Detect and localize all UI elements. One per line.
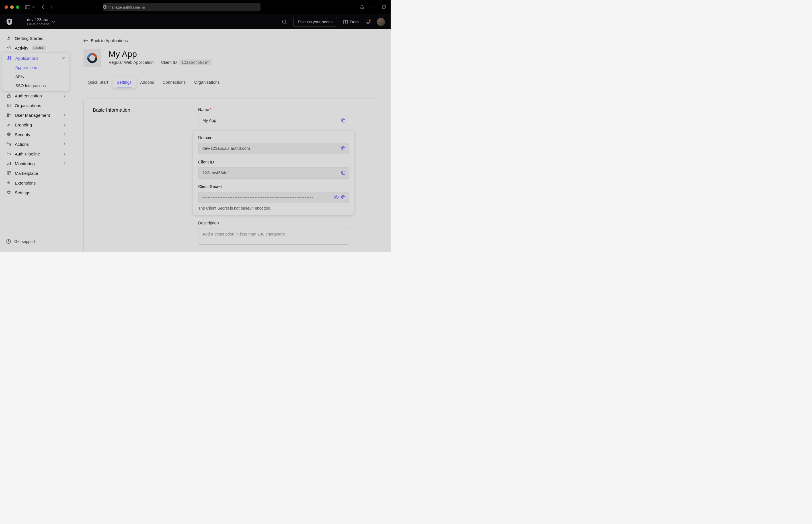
sidebar-item-getting-started[interactable]: Getting Started xyxy=(2,33,70,43)
sidebar-item-monitoring[interactable]: Monitoring xyxy=(2,159,70,168)
tab-label: Organizations xyxy=(194,80,219,85)
sidebar-item-auth-pipeline[interactable]: Auth Pipeline xyxy=(2,149,70,159)
tenant-name: dev-123abc xyxy=(27,17,49,22)
grid-icon xyxy=(6,170,11,176)
lock-icon xyxy=(142,5,145,9)
forward-icon xyxy=(50,5,53,10)
nav-label: Monitoring xyxy=(15,161,35,166)
share-icon[interactable] xyxy=(360,5,364,10)
application-header: My App Regular Web Application Client ID… xyxy=(83,49,379,67)
window-minimize[interactable] xyxy=(10,5,14,9)
svg-point-21 xyxy=(336,197,337,198)
copy-icon[interactable] xyxy=(340,117,347,124)
nav-label: SSO Integrations xyxy=(15,83,46,88)
back-icon[interactable] xyxy=(42,5,45,10)
get-support-link[interactable]: Get support xyxy=(6,239,65,244)
name-input[interactable] xyxy=(198,115,349,126)
chevron-down-icon xyxy=(62,57,65,59)
notifications-button[interactable] xyxy=(366,19,371,24)
settings-panel: Basic Information Name* Domain xyxy=(83,99,379,252)
svg-rect-22 xyxy=(343,197,345,199)
tab-label: Connections xyxy=(163,80,186,85)
field-client-secret: Client Secret ••••••••••••••••••••••••••… xyxy=(198,184,349,211)
layers-icon xyxy=(7,55,12,61)
window-close[interactable] xyxy=(4,5,8,9)
sidebar-item-marketplace[interactable]: Marketplace xyxy=(2,168,70,178)
sidebar-item-extensions[interactable]: Extensions xyxy=(2,178,70,188)
client-id-code: 123abc456def xyxy=(179,60,212,65)
sidebar-item-activity[interactable]: Activity EARLY xyxy=(2,43,70,53)
sidebar: Getting Started Activity EARLY Applicati… xyxy=(0,29,72,252)
tenant-environment: Development xyxy=(27,22,49,26)
back-label: Back to Applications xyxy=(91,38,128,43)
field-description: Description xyxy=(198,221,349,246)
auth0-logo-icon[interactable] xyxy=(6,18,13,26)
back-to-applications[interactable]: Back to Applications xyxy=(83,38,379,43)
nav-label: Getting Started xyxy=(15,36,44,41)
sidebar-item-user-management[interactable]: User Management xyxy=(2,110,70,120)
sidebar-item-applications[interactable]: Applications xyxy=(2,53,69,63)
docs-link[interactable]: Docs xyxy=(343,20,359,24)
sidebar-sub-apis[interactable]: APIs xyxy=(2,72,69,81)
copy-icon[interactable] xyxy=(340,145,347,152)
client-id-input[interactable] xyxy=(198,167,349,179)
tab-label: Quick Start xyxy=(88,80,108,85)
reveal-icon[interactable] xyxy=(334,195,339,199)
book-icon xyxy=(343,20,348,24)
address-bar[interactable]: manage.auth0.com xyxy=(103,3,261,11)
description-textarea[interactable] xyxy=(198,228,349,245)
sidebar-item-security[interactable]: Security xyxy=(2,130,70,139)
domain-input[interactable] xyxy=(198,143,349,154)
tenant-selector[interactable]: dev-123abc Development xyxy=(27,17,55,26)
nav-label: Branding xyxy=(15,122,32,127)
client-secret-label: Client Secret xyxy=(198,184,349,189)
sidebar-item-actions[interactable]: Actions xyxy=(2,139,70,149)
tab-settings[interactable]: Settings xyxy=(113,77,136,88)
sidebar-toggle-icon[interactable] xyxy=(25,5,30,9)
sidebar-item-organizations[interactable]: Organizations xyxy=(2,100,70,110)
window-maximize[interactable] xyxy=(16,5,19,9)
search-icon[interactable] xyxy=(282,19,287,24)
field-name: Name* xyxy=(198,108,349,126)
svg-rect-0 xyxy=(25,5,30,9)
tab-organizations[interactable]: Organizations xyxy=(190,77,224,88)
nav-label: Settings xyxy=(15,190,30,195)
tab-addons[interactable]: Addons xyxy=(136,77,158,88)
chevron-right-icon xyxy=(64,152,65,155)
sidebar-item-settings[interactable]: Settings xyxy=(2,188,70,197)
chevron-right-icon xyxy=(64,133,65,136)
sidebar-sub-applications[interactable]: Applications xyxy=(2,63,69,72)
section-heading: Basic Information xyxy=(93,108,198,113)
svg-point-6 xyxy=(7,113,9,115)
sidebar-sub-sso[interactable]: SSO Integrations xyxy=(2,81,69,90)
shield-icon xyxy=(6,132,11,137)
secret-masked: ••••••••••••••••••••••••••••••••••••••••… xyxy=(202,195,331,200)
user-avatar[interactable] xyxy=(377,18,385,26)
tab-quick-start[interactable]: Quick Start xyxy=(83,77,113,88)
svg-rect-19 xyxy=(343,148,345,150)
chevron-down-icon[interactable] xyxy=(32,6,35,8)
tab-connections[interactable]: Connections xyxy=(158,77,190,88)
application-type: Regular Web Application xyxy=(109,60,154,65)
field-domain: Domain xyxy=(198,135,349,154)
sidebar-group-applications: Applications Applications APIs SSO Integ… xyxy=(2,53,69,91)
copy-icon[interactable] xyxy=(340,169,347,176)
notification-dot xyxy=(369,19,371,21)
credentials-highlight: Domain Client ID xyxy=(193,131,354,215)
discuss-button[interactable]: Discuss your needs xyxy=(293,17,337,27)
support-label: Get support xyxy=(14,239,35,244)
sidebar-item-authentication[interactable]: Authentication xyxy=(2,91,70,100)
brush-icon xyxy=(6,122,11,127)
nav-label: Authentication xyxy=(15,94,42,98)
name-label: Name* xyxy=(198,108,349,112)
svg-rect-11 xyxy=(9,163,10,165)
svg-rect-14 xyxy=(9,171,11,173)
copy-icon[interactable] xyxy=(340,194,347,201)
field-client-id: Client ID xyxy=(198,160,349,179)
client-secret-note: The Client Secret is not base64 encoded. xyxy=(198,206,349,211)
new-tab-icon[interactable] xyxy=(371,5,375,10)
sidebar-item-branding[interactable]: Branding xyxy=(2,120,70,130)
tab-label: Settings xyxy=(117,80,132,87)
tabs-icon[interactable] xyxy=(382,5,386,10)
client-secret-input[interactable]: ••••••••••••••••••••••••••••••••••••••••… xyxy=(198,192,349,203)
